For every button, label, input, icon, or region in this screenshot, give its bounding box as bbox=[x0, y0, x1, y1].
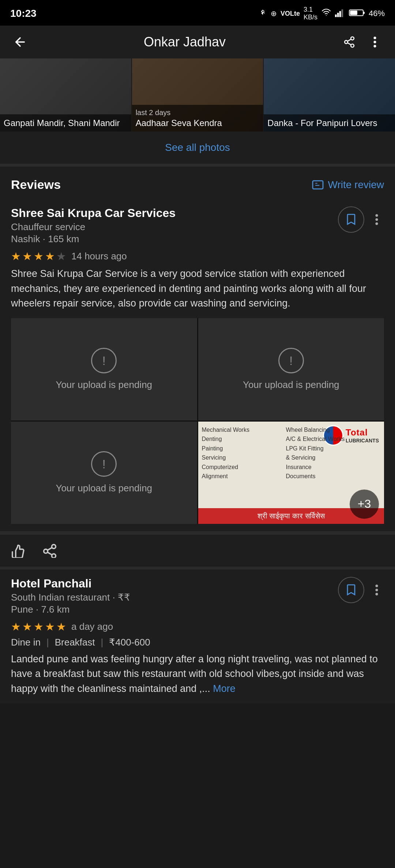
nav-actions bbox=[340, 33, 384, 51]
signal-icon bbox=[335, 8, 345, 19]
place-name-1: Shree Sai Krupa Car Services bbox=[11, 206, 338, 220]
status-icons: ⊕ VOLte 3.1KB/s 46% bbox=[259, 6, 385, 21]
like-button[interactable] bbox=[11, 543, 27, 558]
more-photos-badge[interactable]: +3 bbox=[350, 490, 379, 519]
read-more-link[interactable]: More bbox=[213, 683, 236, 694]
svg-point-25 bbox=[375, 589, 378, 591]
place-type-2: South Indian restaurant · ₹₹ bbox=[11, 592, 338, 603]
star-2-5: ★ bbox=[56, 620, 66, 633]
svg-point-13 bbox=[373, 41, 376, 43]
see-all-photos-link[interactable]: See all photos bbox=[165, 142, 230, 153]
dine-tags: Dine in | Breakfast | ₹400-600 bbox=[11, 637, 384, 648]
star-1: ★ bbox=[11, 250, 21, 263]
photo-item-3[interactable]: Danka - For Panipuri Lovers bbox=[264, 58, 395, 132]
share-review-button[interactable] bbox=[42, 543, 58, 558]
pending-text-2: Your upload is pending bbox=[243, 379, 339, 391]
page-title: Onkar Jadhav bbox=[29, 34, 340, 50]
svg-line-10 bbox=[347, 43, 351, 45]
stars-2: ★ ★ ★ ★ ★ bbox=[11, 620, 66, 633]
photo-label-1: Ganpati Mandir, Shani Mandir bbox=[0, 114, 131, 132]
star-2-3: ★ bbox=[34, 620, 44, 633]
stars-1: ★ ★ ★ ★ ★ bbox=[11, 250, 66, 263]
share-button[interactable] bbox=[340, 33, 358, 51]
review-time-1: 14 hours ago bbox=[71, 251, 127, 262]
upload-pending-2[interactable]: ! Your upload is pending bbox=[198, 318, 384, 420]
photo-grid-1: ! Your upload is pending ! Your upload i… bbox=[11, 318, 384, 524]
review-card-2-header: Hotel Panchali South Indian restaurant ·… bbox=[11, 577, 384, 615]
battery-status bbox=[349, 8, 365, 19]
star-2-4: ★ bbox=[45, 620, 55, 633]
write-review-button[interactable]: Write review bbox=[312, 179, 384, 191]
bookmark-button-1[interactable] bbox=[338, 206, 364, 233]
status-time: 10:23 bbox=[10, 8, 37, 19]
place-dist-1: Nashik · 165 km bbox=[11, 233, 338, 245]
reviews-title: Reviews bbox=[11, 178, 61, 192]
battery-percent: 46% bbox=[369, 9, 385, 18]
svg-rect-5 bbox=[363, 12, 365, 14]
review-stars-row-2: ★ ★ ★ ★ ★ a day ago bbox=[11, 620, 384, 633]
svg-point-14 bbox=[373, 45, 376, 47]
photo-label-2: last 2 days Aadhaar Seva Kendra bbox=[132, 105, 263, 132]
battery-icon bbox=[259, 7, 267, 20]
place-dist-2: Pune · 7.6 km bbox=[11, 604, 338, 615]
review-actions-1 bbox=[338, 206, 384, 233]
place-type-1: Chauffeur service bbox=[11, 221, 338, 233]
svg-point-26 bbox=[375, 593, 378, 595]
svg-line-23 bbox=[48, 547, 52, 550]
upload-pending-3[interactable]: ! Your upload is pending bbox=[11, 422, 197, 524]
review-card-1-actions bbox=[0, 534, 395, 570]
photo-item-1[interactable]: Ganpati Mandir, Shani Mandir bbox=[0, 58, 132, 132]
review-text-1: Shree Sai Krupa Car Service is a very go… bbox=[11, 266, 384, 311]
pending-icon-3: ! bbox=[91, 451, 117, 477]
svg-rect-1 bbox=[337, 13, 339, 17]
wifi-icon bbox=[321, 8, 331, 19]
dine-tag-1: Dine in bbox=[11, 637, 41, 648]
svg-point-16 bbox=[375, 214, 378, 217]
star-3: ★ bbox=[34, 250, 44, 263]
dine-tag-2: Breakfast bbox=[55, 637, 95, 648]
star-5: ★ bbox=[56, 250, 66, 263]
star-2: ★ bbox=[22, 250, 32, 263]
review-card-2: Hotel Panchali South Indian restaurant ·… bbox=[0, 570, 395, 704]
review-card-1-header: Shree Sai Krupa Car Services Chauffeur s… bbox=[11, 206, 384, 245]
star-2-2: ★ bbox=[22, 620, 32, 633]
place-info-1: Shree Sai Krupa Car Services Chauffeur s… bbox=[11, 206, 338, 245]
shop-photo-item[interactable]: Total LUBRICANTS Mechanical Works Dentin… bbox=[198, 422, 384, 524]
svg-rect-0 bbox=[335, 15, 337, 17]
svg-point-17 bbox=[375, 218, 378, 221]
svg-point-18 bbox=[375, 222, 378, 225]
back-button[interactable] bbox=[11, 33, 29, 51]
review-stars-row-1: ★ ★ ★ ★ ★ 14 hours ago bbox=[11, 250, 384, 263]
review-actions-2 bbox=[338, 577, 384, 603]
svg-rect-6 bbox=[350, 11, 357, 15]
pending-icon-1: ! bbox=[91, 348, 117, 373]
pending-text-3: Your upload is pending bbox=[56, 483, 152, 494]
place-info-2: Hotel Panchali South Indian restaurant ·… bbox=[11, 577, 338, 615]
review-card-1: Shree Sai Krupa Car Services Chauffeur s… bbox=[0, 199, 395, 534]
pending-text-1: Your upload is pending bbox=[56, 379, 152, 391]
status-bar: 10:23 ⊕ VOLte 3.1KB/s 46% bbox=[0, 0, 395, 26]
star-2-1: ★ bbox=[11, 620, 21, 633]
upload-pending-1[interactable]: ! Your upload is pending bbox=[11, 318, 197, 420]
place-name-2: Hotel Panchali bbox=[11, 577, 338, 590]
bookmark-button-2[interactable] bbox=[338, 577, 364, 603]
review-text-2: Landed pune and was feeling hungry after… bbox=[11, 652, 384, 696]
svg-line-11 bbox=[347, 39, 351, 41]
more-button-2[interactable] bbox=[369, 583, 384, 597]
photo-label-3: Danka - For Panipuri Lovers bbox=[264, 114, 395, 132]
more-options-button[interactable] bbox=[366, 33, 384, 51]
review-time-2: a day ago bbox=[71, 621, 113, 632]
reviews-header: Reviews Write review bbox=[0, 167, 395, 199]
nav-bar: Onkar Jadhav bbox=[0, 26, 395, 58]
photo-item-2[interactable]: last 2 days Aadhaar Seva Kendra bbox=[132, 58, 264, 132]
svg-point-24 bbox=[375, 585, 378, 587]
photo-strip: Ganpati Mandir, Shani Mandir last 2 days… bbox=[0, 58, 395, 132]
star-4: ★ bbox=[45, 250, 55, 263]
svg-rect-2 bbox=[339, 11, 341, 17]
speed-icon: 3.1KB/s bbox=[304, 6, 317, 21]
svg-rect-15 bbox=[313, 180, 323, 189]
more-button-1[interactable] bbox=[369, 212, 384, 227]
svg-point-12 bbox=[373, 37, 376, 39]
see-all-photos-section: See all photos bbox=[0, 132, 395, 167]
network-icon: VOLte bbox=[281, 10, 300, 18]
